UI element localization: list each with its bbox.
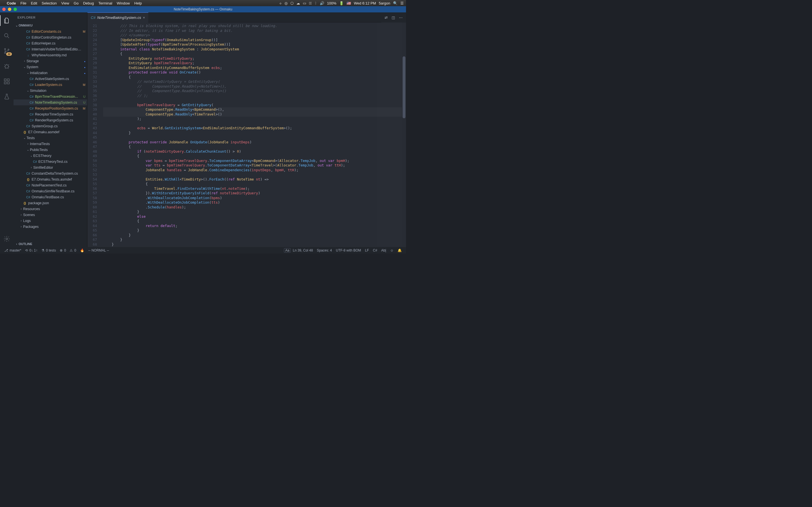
outline-section[interactable]: › OUTLINE (13, 241, 87, 247)
file-row[interactable]: C#ConstantDeltaTimeSystem.cs (13, 170, 87, 176)
folder-row[interactable]: ⌄PublicTests (13, 147, 87, 153)
folder-row[interactable]: ›Packages (13, 224, 87, 230)
activity-explorer[interactable] (0, 15, 13, 26)
bluetooth-icon[interactable]: ᛒ (315, 1, 317, 5)
minimize-window-button[interactable] (8, 8, 11, 11)
file-row[interactable]: C#ReceptorPositionSystem.csM (13, 105, 87, 111)
activity-extensions[interactable] (0, 76, 13, 87)
file-row[interactable]: C#NotePlacementTest.cs (13, 182, 87, 188)
sb-spaces[interactable]: Spaces: 4 (315, 248, 334, 252)
chevron-right-icon: › (22, 59, 27, 62)
activity-test[interactable] (0, 91, 13, 102)
menu-view[interactable]: View (61, 1, 69, 5)
battery-icon[interactable]: 🔋 (339, 1, 344, 5)
scrollbar-thumb[interactable] (403, 56, 405, 118)
chevron-right-icon: › (19, 213, 23, 216)
file-row[interactable]: C#EditorHelper.cs (13, 40, 87, 46)
file-row[interactable]: C#EditorConstants.csM (13, 29, 87, 34)
file-row[interactable]: {}E7.Onmaku.Tests.asmdef (13, 176, 87, 182)
folder-row[interactable]: ⌄Intialization (13, 70, 87, 76)
code-area[interactable]: /// This is blocking system, in real pla… (103, 22, 406, 247)
volume-icon[interactable]: 🔊 (320, 1, 324, 5)
spotlight-icon[interactable]: 🔍 (393, 1, 398, 5)
sb-bell[interactable]: 🔔 (396, 248, 404, 252)
sb-cursor[interactable]: Ln 39, Col 48 (291, 248, 315, 252)
sb-sync[interactable]: ⟲0↓ 1↑ (23, 248, 40, 252)
activity-settings[interactable] (0, 233, 13, 244)
close-tab-icon[interactable]: × (143, 15, 145, 20)
creative-cloud-icon[interactable]: ◎ (285, 1, 288, 5)
folder-row[interactable]: ⌄Simulation (13, 88, 87, 94)
battery-text[interactable]: 100% (327, 1, 336, 5)
username[interactable]: 5argon (379, 1, 390, 5)
folder-row[interactable]: ⌄ECSTheory (13, 153, 87, 159)
file-row[interactable]: C#LoaderSystem.csM (13, 82, 87, 88)
file-row[interactable]: {}E7.Onmaku.asmdef (13, 129, 87, 135)
clock[interactable]: Wed 6:12 PM (354, 1, 376, 5)
input-flag-icon[interactable]: 🇺🇸 (347, 1, 351, 5)
csharp-icon: C# (26, 36, 31, 39)
file-row[interactable]: C#SystemGroup.cs (13, 123, 87, 129)
file-row[interactable]: C#RenderRangeSystem.cs (13, 117, 87, 123)
dropbox-icon[interactable]: ⬡ (290, 1, 294, 5)
file-row[interactable]: C#InternalsVisibleToSimfileEditor.cs (13, 46, 87, 52)
cloud-icon[interactable]: ☁ (296, 1, 300, 5)
menu-window[interactable]: Window (117, 1, 130, 5)
folder-row[interactable]: ›Scenes (13, 212, 87, 218)
menu-selection[interactable]: Selection (42, 1, 57, 5)
sb-tests[interactable]: ⚗0 tests (40, 248, 58, 252)
folder-row[interactable]: ⌄System (13, 64, 87, 70)
split-editor-icon[interactable]: ◫ (392, 15, 395, 20)
menu-terminal[interactable]: Terminal (98, 1, 112, 5)
file-row[interactable]: {}package.json (13, 200, 87, 206)
file-row[interactable]: C#ActiveStateSystem.cs (13, 76, 87, 82)
folder-row[interactable]: ›Storage (13, 58, 87, 64)
sb-problems[interactable]: ⊗0 ⚠0 (58, 248, 78, 252)
folder-row[interactable]: ›SimfileEditor (13, 165, 87, 170)
more-actions-icon[interactable]: ⋯ (399, 15, 403, 20)
wifi-icon[interactable]: �᷍ (309, 1, 312, 5)
file-row[interactable]: C#BpmTimeTravelProcessin...U (13, 94, 87, 100)
file-row[interactable]: C#OnmakuSimfileTestBase.cs (13, 188, 87, 194)
sb-encoding[interactable]: UTF-8 with BOM (334, 248, 363, 252)
tree-label: EditorControlSingleton.cs (32, 36, 82, 40)
file-row[interactable]: C#OnmakuTestBase.cs (13, 194, 87, 200)
file-row[interactable]: C#EditorControlSingleton.cs (13, 34, 87, 40)
file-row[interactable]: C#ReceptorTimeSystem.cs (13, 111, 87, 117)
app-name[interactable]: Code (7, 1, 16, 5)
tab-notetimebakingsystem[interactable]: C# NoteTimeBakingSystem.cs × (87, 12, 148, 22)
control-center-icon[interactable]: ☰ (400, 1, 404, 5)
folder-row[interactable]: ›Resources (13, 206, 87, 212)
activity-debug[interactable] (0, 61, 13, 71)
folder-row[interactable]: ›InternalTests (13, 141, 87, 147)
json-icon: {} (26, 178, 31, 181)
unity-icon[interactable]: ⟐ (280, 1, 282, 5)
activity-search[interactable] (0, 31, 13, 41)
editor[interactable]: 2122232425262728293031323334353637383940… (87, 22, 406, 247)
menu-go[interactable]: Go (73, 1, 79, 5)
activity-scm[interactable]: 22 (0, 46, 13, 56)
sb-feedback[interactable]: ☺ (388, 248, 396, 252)
close-window-button[interactable] (2, 8, 6, 11)
sb-ab[interactable]: Ab| (379, 248, 388, 252)
compare-changes-icon[interactable]: ⇄ (385, 15, 388, 20)
folder-row[interactable]: ›Logs (13, 218, 87, 224)
file-row[interactable]: C#ECSTheoryTest.cs (13, 159, 87, 165)
file-row[interactable]: ↓WhyNewAssembly.md (13, 52, 87, 58)
sb-lang[interactable]: C# (371, 248, 379, 252)
menu-edit[interactable]: Edit (31, 1, 37, 5)
scrollbar[interactable] (402, 22, 406, 247)
menu-file[interactable]: File (20, 1, 27, 5)
sb-branch[interactable]: ⎇master* (2, 248, 23, 252)
sb-eol[interactable]: LF (363, 248, 371, 252)
workspace-title[interactable]: ⌄ ONMAKU (13, 22, 87, 29)
maximize-window-button[interactable] (13, 8, 17, 11)
folder-row[interactable]: ⌄Tests (13, 135, 87, 141)
sb-search-case[interactable]: Aa (284, 248, 291, 252)
file-row[interactable]: C#NoteTimeBakingSystem.csU (13, 100, 87, 105)
menu-help[interactable]: Help (134, 1, 142, 5)
menu-debug[interactable]: Debug (83, 1, 94, 5)
minimap[interactable] (377, 22, 402, 247)
display-icon[interactable]: ▭ (303, 1, 306, 5)
sb-flame[interactable]: 🔥 (78, 248, 86, 252)
